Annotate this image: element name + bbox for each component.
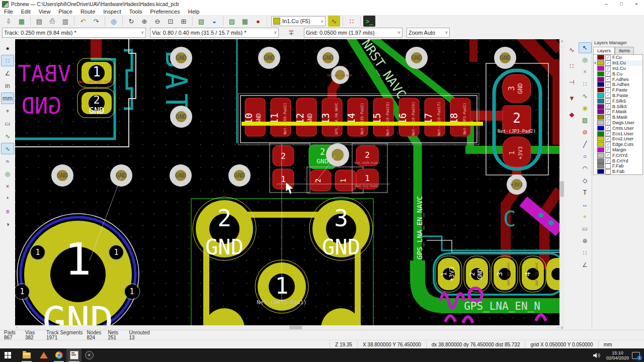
refresh-view-icon[interactable]: ↻ (125, 16, 137, 27)
tab-items[interactable]: Items (615, 47, 634, 54)
scroll-up-icon[interactable]: ∧ (559, 39, 564, 43)
tune-track-skew-icon[interactable]: ∷ (566, 60, 578, 72)
vscroll-thumb[interactable] (560, 181, 564, 197)
tab-layers[interactable]: Layers (593, 47, 615, 54)
vias-display-mode-icon[interactable]: ◎ (1, 168, 14, 179)
zoom-dropdown[interactable]: Zoom Auto (407, 28, 450, 38)
units-mm-icon[interactable]: mm (1, 93, 14, 104)
hide-ratsnest-icon[interactable]: × (579, 66, 592, 77)
measure-tool-icon[interactable]: ∠ (579, 259, 592, 270)
menu-route[interactable]: Route (76, 9, 99, 15)
close-button[interactable]: × (629, 0, 644, 8)
via-size-dropdown[interactable]: Via: 0.80 / 0.40 mm (31.5 / 15.7 mils) * (150, 28, 279, 38)
menu-tools[interactable]: Tools (125, 9, 146, 15)
add-tracks-icon[interactable]: ∿ (328, 16, 340, 27)
minimize-button[interactable]: ─ (599, 0, 614, 8)
via-small[interactable]: GPS_LNA_EN_NAVC (328, 66, 353, 84)
delete-tool-icon[interactable]: ▭ (579, 223, 592, 234)
select-tool-icon[interactable]: ↖ (579, 42, 592, 53)
layer-row-b.crtyd[interactable]: ✓B.CrtYd (594, 158, 642, 163)
local-ratsnest-icon[interactable]: * (1, 193, 14, 205)
layer-stack-view-icon[interactable]: ≡ (1, 206, 14, 217)
add-line-icon[interactable]: ╱ (579, 139, 592, 150)
layer-checkbox[interactable]: ✓ (605, 98, 611, 104)
tracks-outline-mode-icon[interactable]: ≈ (1, 155, 14, 167)
jp3-pad-1[interactable]: 1 +3V3 (503, 137, 531, 167)
header-pads[interactable]: 1 +3V3 2 GND 3 UART_RX_NAVC 4 UART_TX_NA… (436, 256, 559, 292)
taskbar-file-explorer[interactable] (19, 348, 34, 362)
add-circle-icon[interactable]: ○ (579, 151, 592, 162)
add-polygon-icon[interactable]: ◇ (579, 175, 592, 186)
passive-d[interactable]: 2 Net-(R39-Pad2) 1 Net-(L2-Pad1) (355, 146, 380, 189)
taskbar-obs-studio[interactable]: ✦ (82, 348, 97, 362)
add-text-icon[interactable]: T (579, 187, 592, 198)
menu-place[interactable]: Place (54, 9, 76, 15)
layer-checkbox[interactable]: ✓ (605, 152, 611, 158)
maximize-button[interactable]: □ (614, 0, 629, 8)
tracks-display-mode-icon[interactable]: ∿ (1, 130, 14, 142)
redo-icon[interactable]: ↷ (90, 16, 102, 27)
horizontal-scrollbar[interactable]: ‹ › (15, 325, 559, 330)
menu-file[interactable]: File (0, 9, 17, 15)
layer-row-edge.cuts[interactable]: ✓Edge.Cuts (594, 142, 642, 147)
layer-row-f.crtyd[interactable]: ✓F.CrtYd (594, 152, 642, 158)
add-via-icon[interactable]: ◉ (579, 103, 592, 114)
via-3v3[interactable]: +3V3 (507, 174, 527, 195)
layer-checkbox[interactable] (605, 163, 611, 169)
page-settings-icon[interactable]: ▤ (33, 16, 45, 27)
antenna-pad-2[interactable]: 2 GND (193, 197, 256, 260)
grid-origin-icon[interactable]: ∷ (579, 247, 592, 258)
scroll-down-icon[interactable]: ∨ (559, 326, 564, 330)
via-middle[interactable] (326, 143, 349, 166)
layer-checkbox[interactable] (605, 169, 611, 174)
plot-icon[interactable]: ▥ (59, 16, 71, 27)
menu-help[interactable]: Help (184, 9, 204, 15)
tune-track-length-icon[interactable]: ∿ (566, 44, 578, 56)
layer-row-b.cu[interactable]: ✓B.Cu (594, 71, 642, 76)
route-tracks-icon[interactable]: ∿ (579, 90, 592, 102)
layer-checkbox[interactable]: ✓ (605, 82, 611, 87)
layer-checkbox[interactable]: ✓ (605, 104, 611, 109)
add-keepout-icon[interactable]: ⊘ (579, 127, 592, 138)
layer-row-dwgs.user[interactable]: ✓Dwgs.User (594, 120, 642, 126)
microwave-gap-icon[interactable]: ⊣ (566, 76, 578, 88)
menu-inspect[interactable]: Inspect (99, 9, 125, 15)
pads-outline-mode-icon[interactable]: ▭ (1, 118, 14, 129)
layer-row-b.silks[interactable]: ✓B.SilkS (594, 104, 642, 109)
interactive-router-settings-icon[interactable]: ∷ (346, 16, 358, 27)
layer-row-f.paste[interactable]: ✓F.Paste (594, 87, 642, 93)
taskbar-clock[interactable]: 15:10 02/04/2020 (603, 350, 632, 360)
vertical-scrollbar[interactable]: ∧ ∨ (559, 39, 565, 330)
taskbar-matlab[interactable] (36, 348, 51, 362)
cursor-shape-icon[interactable]: + (1, 105, 14, 117)
units-inches-icon[interactable]: in (1, 80, 14, 92)
track-width-dropdown[interactable]: Track: 0.250 mm (9.84 mils) * (2, 28, 146, 38)
layer-checkbox[interactable]: ✓ (605, 60, 611, 66)
ratsnest-visibility-icon[interactable]: × (1, 180, 14, 192)
layer-checkbox[interactable]: ✓ (605, 93, 611, 98)
layer-checkbox[interactable]: ✓ (605, 136, 611, 142)
passive-a[interactable]: 2 1 (273, 146, 294, 189)
update-pcb-icon[interactable]: ▦ (239, 16, 251, 27)
layer-row-in1.cu[interactable]: ▸✓In1.Cu (594, 60, 642, 66)
layer-row-f.silks[interactable]: ✓F.SilkS (594, 98, 642, 104)
zoom-out-icon[interactable]: ⊖ (151, 16, 164, 27)
drc-icon[interactable]: ● (252, 16, 264, 27)
3d-viewer-icon[interactable]: ◒ (208, 16, 220, 27)
zoom-in-icon[interactable]: ⊕ (138, 16, 150, 27)
layer-checkbox[interactable]: ✓ (605, 76, 611, 82)
scroll-left-icon[interactable]: ‹ (15, 326, 18, 330)
layer-checkbox[interactable]: ✓ (605, 158, 611, 163)
layer-row-f.cu[interactable]: ✓F.Cu (594, 55, 642, 60)
grid-size-dropdown[interactable]: Grid: 0.0500 mm (1.97 mils) (304, 28, 403, 38)
layer-row-b.fab[interactable]: B.Fab (594, 169, 642, 174)
layer-checkbox[interactable]: ✓ (605, 55, 611, 60)
jp3-pad-3[interactable]: 3 GND (503, 74, 531, 103)
layer-checkbox[interactable]: ✓ (605, 109, 611, 115)
layer-row-b.adhes[interactable]: ✓B.Adhes (594, 82, 642, 87)
polar-coords-icon[interactable]: ∠ (1, 67, 14, 79)
big-mount-pad[interactable]: 1 GND (17, 214, 139, 325)
highlight-net-icon[interactable]: ◎ (579, 54, 592, 65)
menu-view[interactable]: View (35, 9, 55, 15)
battery-pad-2[interactable]: 2 GND (77, 88, 115, 118)
